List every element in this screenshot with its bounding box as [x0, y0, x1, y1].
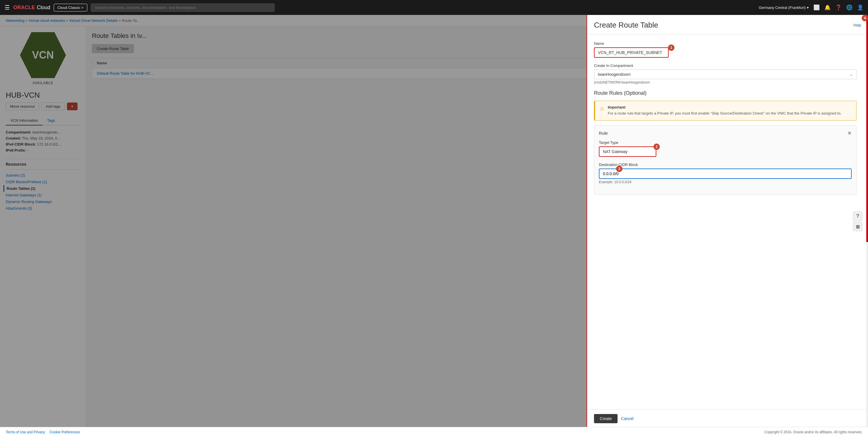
warning-box: ⚠ Important: For a route rule that targe… [594, 101, 857, 121]
compartment-field-group: Create In Compartment IwanHoogendoorn (r… [594, 63, 857, 85]
compartment-field-label: Create In Compartment [594, 63, 857, 68]
badge-name: 1 [668, 44, 674, 51]
hamburger-icon[interactable]: ☰ [5, 4, 10, 11]
rule-header: Rule ✕ [599, 130, 851, 136]
chevron-down-icon: ▾ [807, 5, 809, 10]
oracle-logo: ORACLE Cloud [13, 5, 50, 11]
create-route-table-dialog: 4 Create Route Table Help Name 1 Create … [587, 15, 868, 428]
dialog-help-link[interactable]: Help [854, 23, 861, 27]
destination-field-group: Destination CIDR Block 3 Example: 10.0.0… [599, 162, 851, 184]
compartment-select-wrapper: IwanHoogendoorn [594, 69, 857, 79]
rule-box: Rule ✕ Target Type NAT Gateway 2 [594, 125, 857, 195]
target-type-label: Target Type [599, 141, 851, 145]
route-rules-title: Route Rules (Optional) [594, 90, 857, 96]
bell-icon[interactable]: 🔔 [824, 4, 831, 11]
warning-icon: ⚠ [600, 105, 604, 112]
compartment-select[interactable]: IwanHoogendoorn [594, 69, 857, 79]
nav-right: Germany Central (Frankfurt) ▾ ⬜ 🔔 ❓ 🌐 👤 [759, 4, 863, 11]
monitor-icon[interactable]: ⬜ [813, 4, 820, 11]
cancel-button[interactable]: Cancel [621, 416, 633, 421]
badge-scrollbar: 4 [862, 15, 868, 21]
name-input[interactable] [594, 48, 669, 58]
help-icon[interactable]: ❓ [835, 4, 842, 11]
name-label: Name [594, 41, 857, 45]
target-type-field-group: Target Type NAT Gateway 2 [599, 141, 851, 157]
destination-input[interactable] [599, 168, 851, 179]
footer-links: Terms of Use and Privacy Cookie Preferen… [6, 430, 80, 434]
destination-label: Destination CIDR Block [599, 162, 851, 167]
terms-link[interactable]: Terms of Use and Privacy [6, 430, 45, 434]
copyright-text: Copyright © 2024, Oracle and/or its affi… [764, 430, 862, 434]
cloud-text: Cloud [37, 5, 50, 11]
oracle-text: ORACLE [13, 5, 35, 11]
dialog-header: Create Route Table Help [587, 15, 868, 34]
footer-bar: Terms of Use and Privacy Cookie Preferen… [0, 427, 868, 437]
compartment-hint: (root)/NETWORK/IwanHoogendoorn [594, 81, 857, 85]
rule-close-button[interactable]: ✕ [847, 130, 851, 136]
warning-content: Important: For a route rule that targets… [608, 105, 842, 116]
destination-hint: Example: 10.0.0.0/24 [599, 180, 851, 184]
help-widget-button[interactable]: ? [853, 212, 862, 221]
top-navigation: ☰ ORACLE Cloud Cloud Classic > Germany C… [0, 0, 868, 15]
dialog-footer: Create Cancel [587, 409, 868, 428]
side-widget: ? ⊞ [853, 212, 862, 231]
cookies-link[interactable]: Cookie Preferences [50, 430, 80, 434]
target-type-select[interactable]: NAT Gateway [599, 147, 656, 157]
user-icon[interactable]: 👤 [857, 4, 863, 11]
rule-title: Rule [599, 131, 608, 135]
badge-target-type: 2 [653, 144, 660, 150]
cloud-classic-button[interactable]: Cloud Classic > [54, 4, 87, 11]
grid-widget-button[interactable]: ⊞ [853, 222, 862, 231]
warning-title: Important: [608, 105, 842, 110]
badge-destination: 3 [616, 166, 622, 172]
search-input[interactable] [91, 3, 275, 12]
dialog-body: Name 1 Create In Compartment IwanHoogend… [587, 34, 868, 409]
create-button[interactable]: Create [594, 414, 618, 423]
region-selector[interactable]: Germany Central (Frankfurt) ▾ [759, 5, 809, 10]
globe-icon[interactable]: 🌐 [846, 4, 852, 11]
route-rules-section: Route Rules (Optional) ⚠ Important: For … [594, 90, 857, 195]
region-text: Germany Central (Frankfurt) [759, 5, 806, 10]
name-field-group: Name 1 [594, 41, 857, 58]
warning-text: For a route rule that targets a Private … [608, 111, 842, 116]
dialog-title: Create Route Table [594, 21, 658, 30]
